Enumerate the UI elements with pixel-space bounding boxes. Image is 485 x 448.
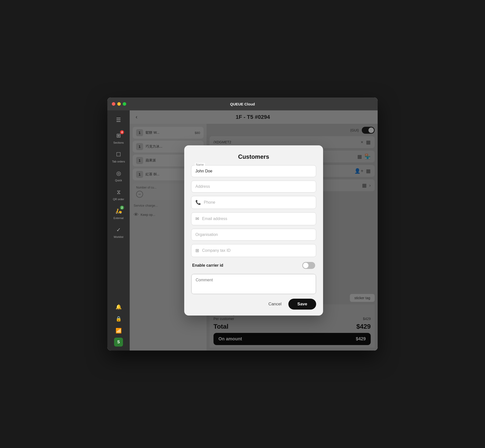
phone-field[interactable]: 📞 xyxy=(191,196,316,209)
title-bar: QUEUE Cloud xyxy=(107,97,378,110)
worklist-icon: ✓ xyxy=(116,227,121,233)
window-title: QUEUE Cloud xyxy=(230,102,255,106)
quick-label: Quick xyxy=(115,179,122,182)
comment-textarea[interactable] xyxy=(191,274,316,294)
wifi-icon[interactable]: 📶 xyxy=(114,326,124,336)
email-icon: ✉ xyxy=(195,216,199,222)
phone-input[interactable] xyxy=(204,200,312,205)
email-field[interactable]: ✉ xyxy=(191,212,316,225)
modal-title: Customers xyxy=(191,153,316,160)
qr-order-icon: ⧖ xyxy=(117,189,121,195)
worklist-icon-wrap: ✓ xyxy=(114,225,123,234)
external-icon-wrap: 🛵 2 xyxy=(114,207,123,216)
bell-icon[interactable]: 🔔 xyxy=(114,302,124,312)
customers-modal: Customers Name 📞 xyxy=(184,145,323,316)
address-field[interactable] xyxy=(191,181,316,192)
modal-actions: Cancel Save xyxy=(191,298,316,310)
external-label: External xyxy=(114,217,123,220)
name-input[interactable] xyxy=(195,169,312,173)
carrier-id-label: Enable carrier id xyxy=(192,263,223,268)
sections-icon: ⊞ xyxy=(116,132,121,139)
quick-icon: ◎ xyxy=(116,170,121,177)
sections-badge: 4 xyxy=(120,130,124,134)
cancel-button[interactable]: Cancel xyxy=(265,300,284,309)
address-input[interactable] xyxy=(195,184,312,189)
sections-icon-wrap: ⊞ 4 xyxy=(114,131,123,140)
modal-overlay[interactable]: Customers Name 📞 xyxy=(130,110,378,351)
comment-field[interactable] xyxy=(191,274,316,294)
qr-order-label: QR order xyxy=(113,198,124,201)
name-field[interactable]: Name xyxy=(191,165,316,177)
mac-window: QUEUE Cloud ☰ ⊞ 4 Sections ☐ Tab orders xyxy=(107,97,378,351)
app-body: ☰ ⊞ 4 Sections ☐ Tab orders ◎ Quick xyxy=(107,110,378,351)
tab-orders-icon: ☐ xyxy=(116,151,121,158)
sidebar-bottom: 🔔 🔒 📶 S xyxy=(107,302,130,351)
menu-icon[interactable]: ☰ xyxy=(107,114,130,126)
quick-icon-wrap: ◎ xyxy=(114,169,123,178)
sidebar-item-worklist[interactable]: ✓ Worklist xyxy=(107,223,130,241)
external-badge: 2 xyxy=(120,206,124,210)
sidebar-item-qr-order[interactable]: ⧖ QR order xyxy=(107,185,130,203)
fullscreen-button[interactable] xyxy=(123,102,126,106)
tab-orders-icon-wrap: ☐ xyxy=(114,150,123,159)
avatar[interactable]: S xyxy=(114,338,123,347)
sidebar-item-tab-orders[interactable]: ☐ Tab orders xyxy=(107,148,130,165)
sidebar: ☰ ⊞ 4 Sections ☐ Tab orders ◎ Quick xyxy=(107,110,130,351)
sidebar-item-external[interactable]: 🛵 2 External xyxy=(107,204,130,222)
minimize-button[interactable] xyxy=(117,102,121,106)
sections-label: Sections xyxy=(113,141,124,144)
carrier-id-toggle[interactable] xyxy=(302,262,315,269)
traffic-lights xyxy=(112,102,126,106)
worklist-label: Worklist xyxy=(114,235,123,238)
organisation-field[interactable] xyxy=(191,229,316,241)
tab-orders-label: Tab orders xyxy=(112,160,125,163)
company-tax-icon: ⊞ xyxy=(195,248,199,253)
qr-order-icon-wrap: ⧖ xyxy=(114,188,123,197)
phone-icon: 📞 xyxy=(195,200,201,205)
save-button[interactable]: Save xyxy=(288,299,316,310)
close-button[interactable] xyxy=(112,102,115,106)
sidebar-item-quick[interactable]: ◎ Quick xyxy=(107,166,130,184)
carrier-id-row: Enable carrier id xyxy=(191,260,316,270)
sidebar-item-sections[interactable]: ⊞ 4 Sections xyxy=(107,129,130,147)
organisation-input[interactable] xyxy=(195,232,312,237)
company-tax-field[interactable]: ⊞ xyxy=(191,244,316,257)
main-content: ‹ 1F - T5 #0294 1 鬆餅 W... $80 1 巧克力冰... … xyxy=(130,110,378,351)
company-tax-input[interactable] xyxy=(202,248,312,253)
email-input[interactable] xyxy=(202,217,312,221)
name-field-label: Name xyxy=(195,163,205,166)
lock-icon[interactable]: 🔒 xyxy=(114,314,124,324)
